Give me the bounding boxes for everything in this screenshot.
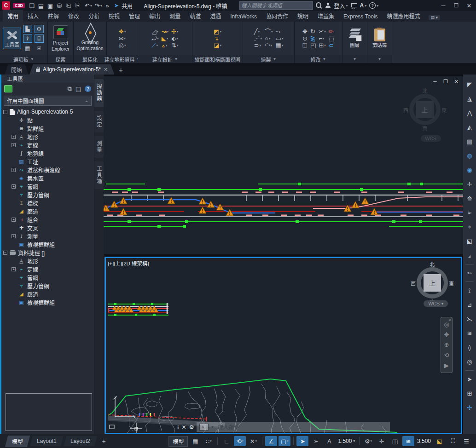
panel-label[interactable]: 選項板▼ — [0, 55, 47, 63]
ribbon-tool-icon-10[interactable]: ⊞▾ — [319, 42, 325, 48]
workspace-icon[interactable]: ◫ — [389, 436, 401, 446]
open-file-icon[interactable]: ⬓ — [37, 2, 45, 9]
ribbon-tool-icon-6[interactable]: ⌐▾ — [319, 35, 325, 41]
ribbon-tab-說明[interactable]: 說明 — [293, 10, 313, 22]
ribbon-tool-icon-2[interactable]: ⤳ — [276, 29, 284, 34]
isoplane-icon[interactable]: ✕▾ — [247, 436, 259, 446]
doc-close-icon[interactable]: ✕ — [454, 79, 459, 85]
ribbon-tab-軌道[interactable]: 軌道 — [185, 10, 205, 22]
right-toolbar-icon-3[interactable]: ◭ — [464, 120, 475, 134]
panel-label[interactable]: 最佳化 — [74, 55, 106, 63]
chevron-down-icon[interactable]: ▾ — [258, 29, 260, 34]
expand-icon[interactable]: + — [12, 234, 16, 238]
ribbon-tool-icon-11[interactable]: ⊂ — [329, 42, 334, 48]
viewcube-top-face[interactable]: 上 — [424, 274, 441, 292]
customize-wrench-icon[interactable]: ⚙ — [189, 424, 194, 431]
viewcube-south[interactable]: 南 — [403, 125, 447, 132]
right-toolbar-icon-4[interactable]: ▥ — [464, 134, 475, 149]
command-line-grip[interactable]: ⁞⁞ — [177, 425, 179, 430]
ribbon-tab-常用[interactable]: 常用 — [3, 10, 23, 22]
tree-item-點[interactable]: ✛點 — [1, 116, 94, 124]
chevron-down-icon[interactable]: ▾ — [270, 42, 272, 48]
doc-minimize-icon[interactable]: ─ — [433, 79, 437, 85]
right-toolbar-icon-16[interactable]: ⟟ — [464, 283, 475, 298]
ribbon-tool-icon-0[interactable]: ✥ — [302, 29, 308, 34]
expand-icon[interactable]: + — [12, 267, 16, 271]
add-layout-button[interactable]: + — [98, 437, 109, 445]
right-toolbar-icon-0[interactable]: ◤ — [464, 77, 475, 92]
ribbon-tool-icon-1[interactable]: ↻ — [310, 29, 316, 34]
chevron-down-icon[interactable]: ▾ — [220, 29, 221, 34]
panel-dropdown-icon[interactable]: ▼ — [273, 57, 277, 61]
tree-item-檢視框群組[interactable]: ▣檢視框群組 — [1, 298, 94, 306]
chevron-down-icon[interactable]: ▾ — [324, 29, 326, 34]
ribbon-tab-註解[interactable]: 註解 — [43, 10, 64, 22]
tree-item-定線[interactable]: +⌁定線 — [1, 141, 94, 149]
tree-item-壓力管網[interactable]: ⫧壓力管網 — [1, 281, 94, 290]
ribbon-tool-icon-7[interactable]: ⟑▾ — [162, 42, 168, 48]
panel-label[interactable]: 修改▼ — [295, 55, 342, 63]
tree-item-地形[interactable]: +◬地形 — [1, 132, 94, 141]
viewport-top[interactable]: ─ ❐ ✕ 北 南 西 東 上 WCS — [104, 76, 463, 254]
ortho-icon[interactable]: ∟ — [221, 436, 232, 446]
scale-value[interactable]: 1:500▾ — [337, 438, 356, 444]
chevron-down-icon[interactable]: ▾ — [177, 29, 179, 34]
save-icon[interactable]: ▣ — [46, 2, 54, 9]
right-toolbar-icon-9[interactable]: ➢ — [464, 206, 475, 220]
layout-tab-Layout1[interactable]: Layout1 — [30, 436, 63, 446]
ribbon-tab-InfraWorks[interactable]: InfraWorks — [226, 11, 261, 22]
palette-toggle-icon-2[interactable]: ⍒ — [23, 34, 32, 43]
tree-item-道岔和橫渡線[interactable]: +⤳道岔和橫渡線 — [1, 166, 94, 174]
chevron-down-icon[interactable]: ▾ — [287, 439, 289, 443]
expand-icon[interactable]: + — [12, 143, 16, 147]
expand-icon[interactable]: + — [12, 218, 16, 222]
right-toolbar-icon-18[interactable]: ⋋ — [464, 312, 475, 326]
command-line-close-icon[interactable]: ✕ — [182, 424, 186, 431]
tree-item-地勢線[interactable]: ʃ地勢線 — [1, 149, 94, 157]
panel-label[interactable]: 建立地形資料▼ — [107, 55, 138, 63]
viewcube-east[interactable]: 東 — [449, 280, 454, 287]
search-input[interactable] — [239, 1, 313, 10]
viewcube-north[interactable]: 北 — [403, 87, 447, 94]
plot-icon[interactable]: ⎗ — [64, 2, 73, 9]
ribbon-tool-icon-5[interactable]: ⧎ — [310, 35, 316, 41]
data-shortcut-icon[interactable]: ⧉ — [67, 85, 71, 92]
ribbon-tool-icon-5[interactable]: ▭▾ — [276, 35, 284, 41]
chevron-down-icon[interactable]: ▾ — [282, 42, 284, 48]
chevron-down-icon[interactable]: ▾ — [157, 29, 158, 34]
orbit-icon[interactable]: ⟲ — [444, 352, 449, 358]
prospector-active-icon[interactable] — [4, 85, 12, 92]
panel-dropdown-icon[interactable]: ▼ — [378, 57, 382, 61]
ribbon-tool-icon-8[interactable]: ⎅ — [302, 42, 308, 48]
chevron-down-icon[interactable]: ▾ — [269, 35, 271, 41]
model-space-button[interactable]: 模型 — [168, 436, 188, 447]
chevron-down-icon[interactable]: ▾ — [177, 42, 179, 48]
right-toolbar-icon-11[interactable]: ⬕ — [464, 234, 475, 248]
palette-toggle-icon-3[interactable]: ⌸ — [35, 34, 44, 43]
tree-item-Align-Superelevation-5[interactable]: −Align-Superelevation-5 — [1, 108, 94, 116]
redo-dropdown-icon[interactable]: ▾ — [100, 4, 102, 8]
right-toolbar-icon-20[interactable]: ⟠ — [464, 340, 475, 355]
chevron-down-icon[interactable]: ▾ — [166, 42, 168, 48]
search-icon[interactable] — [316, 2, 322, 9]
panel-dropdown-icon[interactable]: ▼ — [174, 57, 178, 61]
annotation-visibility-icon[interactable]: ➤ — [296, 436, 308, 446]
chevron-down-icon[interactable]: ▾ — [157, 35, 159, 41]
ribbon-tool-icon-0[interactable]: ╱▾ — [254, 29, 262, 34]
ribbon-tool-icon-1[interactable]: ↝▾ — [162, 29, 168, 34]
wcs-menu-bottom[interactable]: WCS▾ — [424, 300, 448, 307]
viewcube-west[interactable]: 西 — [411, 280, 416, 287]
wcs-menu-top[interactable]: WCS — [421, 135, 441, 142]
right-toolbar-icon-2[interactable]: ⋀ — [464, 106, 475, 120]
ribbon-collapse-button[interactable]: ▤ ▾ — [429, 15, 441, 20]
tree-item-地形[interactable]: ◬地形 — [1, 257, 94, 265]
viewcube-top[interactable]: 北 南 西 東 上 — [403, 87, 447, 132]
ribbon-tool-icon-4[interactable]: ⊙ — [302, 35, 308, 41]
chevron-down-icon[interactable]: ▾ — [167, 29, 169, 34]
signin-label[interactable]: 登入 — [334, 2, 345, 10]
clipboard-button[interactable]: 剪貼簿 — [371, 28, 389, 49]
panel-dropdown-icon[interactable]: ▼ — [353, 57, 357, 61]
panel-label[interactable]: ▼ — [367, 55, 392, 63]
annotation-autoscale-icon[interactable]: ➣ — [310, 436, 322, 446]
viewcube-top-face[interactable]: 上 — [416, 101, 434, 118]
